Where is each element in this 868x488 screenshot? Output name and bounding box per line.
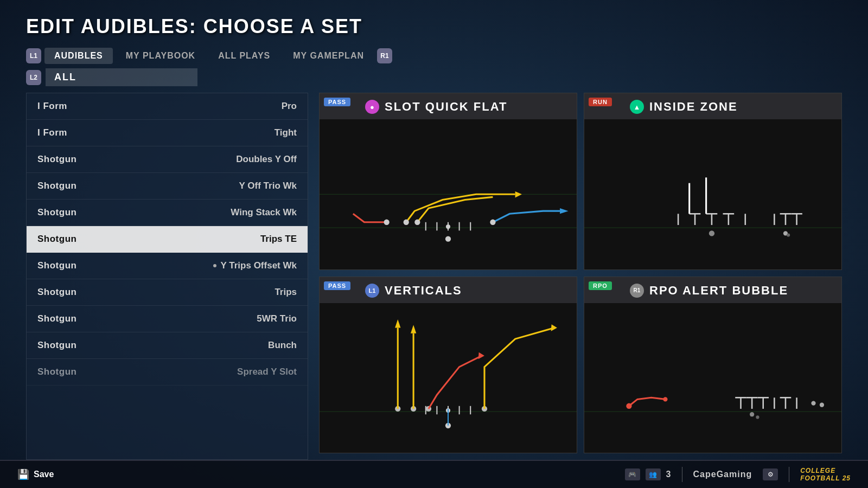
play-type-rpo-badge: RPO: [589, 281, 612, 290]
svg-point-70: [811, 401, 815, 405]
play-card-verticals[interactable]: PASS L1 VERTICALS: [319, 277, 577, 454]
settings-icon: ⚙: [763, 468, 778, 480]
nav-tabs: L1 Audibles My Playbook All Plays My Gam…: [0, 43, 868, 64]
l1-button-icon: L1: [365, 284, 379, 298]
page-title: EDIT AUDIBLES: CHOOSE A SET: [26, 15, 842, 38]
filter-input[interactable]: [46, 68, 197, 86]
filter-row: L2: [0, 64, 868, 93]
svg-point-12: [384, 220, 390, 225]
play-field-inside-zone: [584, 119, 841, 269]
header: EDIT AUDIBLES: CHOOSE A SET: [0, 0, 868, 43]
play-title-verticals: VERTICALS: [385, 284, 462, 298]
save-button[interactable]: 💾 Save: [17, 468, 54, 480]
formation-item[interactable]: Shotgun Y Trips Offset Wk: [27, 253, 308, 279]
r1-button-icon: R1: [630, 284, 644, 298]
play-card-rpo-alert-bubble[interactable]: RPO R1 RPO ALERT BUBBLE: [584, 277, 842, 454]
triangle-button-icon: ▲: [630, 100, 644, 114]
svg-point-13: [404, 220, 409, 225]
players-icon: 👥: [646, 468, 661, 480]
play-title-slot-quick-flat: SLOT QUICK FLAT: [385, 100, 507, 114]
svg-rect-16: [584, 127, 841, 261]
tab-my-playbook[interactable]: My Playbook: [116, 48, 205, 64]
svg-rect-56: [584, 311, 841, 445]
play-field-rpo-alert-bubble: [584, 303, 841, 453]
bottom-right: 🎮 👥 3 CapeGaming ⚙ COLLEGEFOOTBALL 25: [625, 467, 851, 482]
l2-badge: L2: [26, 70, 41, 85]
tab-audibles[interactable]: Audibles: [44, 48, 113, 64]
svg-point-8: [446, 225, 450, 228]
username: CapeGaming: [693, 470, 752, 479]
play-type-run-badge: RUN: [589, 98, 612, 106]
svg-point-59: [663, 397, 667, 401]
tab-my-gameplan[interactable]: My Gameplan: [283, 48, 374, 64]
svg-point-35: [787, 233, 790, 236]
play-field-slot-quick-flat: [320, 119, 577, 269]
circle-button-icon: ●: [365, 100, 379, 114]
main-container: EDIT AUDIBLES: CHOOSE A SET L1 Audibles …: [0, 0, 868, 488]
formation-item[interactable]: Shotgun Spread Y Slot: [27, 359, 308, 386]
save-label: Save: [34, 470, 54, 479]
divider-2: [789, 467, 789, 482]
formation-item[interactable]: Shotgun Wing Stack Wk: [27, 200, 308, 226]
play-field-verticals: [320, 303, 577, 453]
svg-point-72: [750, 412, 754, 416]
formation-item[interactable]: I Form Pro: [27, 93, 308, 120]
formation-item[interactable]: Shotgun Trips: [27, 279, 308, 306]
game-logo: COLLEGEFOOTBALL 25: [800, 467, 851, 482]
formation-item[interactable]: I Form Tight: [27, 120, 308, 146]
svg-point-73: [756, 415, 759, 419]
formation-item[interactable]: Shotgun Y Off Trio Wk: [27, 173, 308, 200]
formation-item[interactable]: Shotgun Bunch: [27, 332, 308, 359]
save-icon: 💾: [17, 468, 29, 480]
play-type-pass-badge: PASS: [324, 98, 350, 106]
svg-point-71: [820, 402, 824, 407]
plays-grid: PASS ● SLOT QUICK FLAT: [319, 93, 842, 460]
play-type-pass-badge-2: PASS: [324, 281, 350, 290]
svg-point-9: [445, 236, 451, 242]
player-count: 3: [666, 470, 671, 479]
play-card-slot-quick-flat[interactable]: PASS ● SLOT QUICK FLAT: [319, 93, 577, 270]
formation-item[interactable]: Shotgun Doubles Y Off: [27, 146, 308, 173]
play-title-rpo-alert-bubble: RPO ALERT BUBBLE: [649, 284, 788, 298]
formation-item-active[interactable]: Shotgun Trips TE: [27, 226, 308, 253]
tab-all-plays[interactable]: All Plays: [208, 48, 280, 64]
bottom-icons: 🎮 👥 3: [625, 468, 671, 480]
bottom-bar: 💾 Save 🎮 👥 3 CapeGaming ⚙ COLLEGEFOOTBAL…: [0, 460, 868, 488]
svg-point-33: [709, 230, 714, 236]
svg-point-15: [490, 220, 495, 225]
play-title-inside-zone: INSIDE ZONE: [649, 100, 738, 114]
divider: [682, 467, 682, 482]
r1-badge: R1: [377, 48, 392, 63]
formation-list: I Form Pro I Form Tight Shotgun Doubles …: [26, 93, 308, 460]
l1-badge: L1: [26, 48, 41, 63]
svg-point-14: [414, 220, 420, 225]
formation-item[interactable]: Shotgun 5WR Trio: [27, 306, 308, 332]
play-card-inside-zone[interactable]: RUN ▲ INSIDE ZONE: [584, 93, 842, 270]
controller-icon: 🎮: [625, 468, 640, 480]
content-area: I Form Pro I Form Tight Shotgun Doubles …: [0, 93, 868, 460]
